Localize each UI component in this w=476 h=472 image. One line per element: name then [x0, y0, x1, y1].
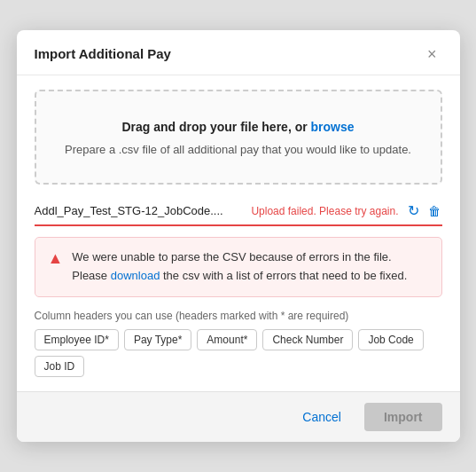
drop-zone-subtext: Prepare a .csv file of all additional pa… — [54, 141, 423, 159]
import-dialog: Import Additional Pay × Drag and drop yo… — [17, 30, 460, 442]
drop-zone[interactable]: Drag and drop your file here, or browse … — [35, 90, 442, 185]
columns-section: Column headers you can use (headers mark… — [35, 310, 442, 377]
retry-button[interactable] — [406, 201, 421, 221]
dialog-body: Drag and drop your file here, or browse … — [17, 90, 460, 377]
column-tag: Employee ID* — [35, 329, 119, 350]
error-line1: We were unable to parse the CSV because … — [72, 250, 391, 264]
drop-zone-heading: Drag and drop your file here, or browse — [54, 120, 423, 134]
column-tag: Job Code — [358, 329, 423, 350]
column-tag: Job ID — [35, 356, 85, 377]
error-banner: ▲ We were unable to parse the CSV becaus… — [35, 237, 442, 297]
warning-icon: ▲ — [48, 249, 64, 268]
error-line2-prefix: Please — [72, 269, 107, 282]
columns-label: Column headers you can use (headers mark… — [35, 310, 442, 322]
dialog-footer: Cancel Import — [17, 391, 460, 442]
error-line2-suffix: the csv with a list of errors that need … — [163, 269, 407, 282]
close-button[interactable]: × — [422, 44, 442, 64]
column-tags: Employee ID*Pay Type*Amount*Check Number… — [35, 329, 442, 377]
file-name: Addl_Pay_Test_STG-12_JobCode.... — [35, 204, 245, 217]
trash-icon — [428, 203, 441, 219]
dialog-header: Import Additional Pay × — [17, 30, 460, 75]
column-tag: Pay Type* — [124, 329, 191, 350]
remove-file-button[interactable] — [426, 201, 442, 221]
import-button[interactable]: Import — [364, 403, 442, 431]
column-tag: Amount* — [197, 329, 257, 350]
browse-link[interactable]: browse — [311, 120, 355, 134]
error-banner-text: We were unable to parse the CSV because … — [72, 248, 407, 286]
file-actions — [406, 201, 442, 221]
cancel-button[interactable]: Cancel — [288, 404, 355, 430]
dialog-title: Import Additional Pay — [35, 46, 171, 61]
file-error-text: Upload failed. Please try again. — [251, 205, 398, 217]
column-tag: Check Number — [262, 329, 353, 350]
file-row: Addl_Pay_Test_STG-12_JobCode.... Upload … — [35, 195, 442, 226]
refresh-icon — [408, 202, 419, 219]
download-link[interactable]: download — [111, 269, 160, 282]
